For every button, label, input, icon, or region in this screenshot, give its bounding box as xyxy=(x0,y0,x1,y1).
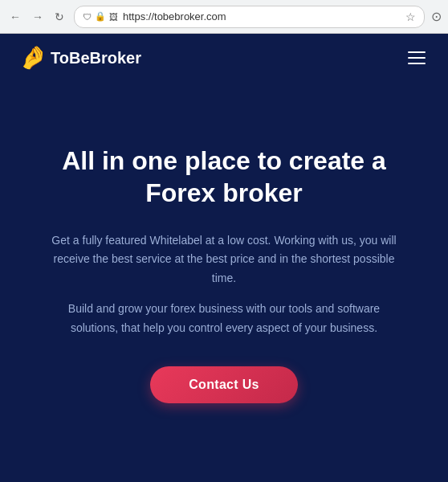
lock-icon: 🔒 xyxy=(95,11,106,22)
browser-extra-icons: ⊙ xyxy=(431,9,442,24)
back-button[interactable]: ← xyxy=(6,9,24,25)
hero-description-2: Build and grow your forex business with … xyxy=(47,300,401,338)
contact-us-button[interactable]: Contact Us xyxy=(150,366,297,403)
url-text: https://tobebroker.com xyxy=(123,10,401,22)
hero-description-1: Get a fully featured Whitelabel at a low… xyxy=(47,231,401,288)
bookmark-icon[interactable]: ☆ xyxy=(405,10,416,23)
hamburger-line-1 xyxy=(408,51,426,53)
logo-text: ToBeBroker xyxy=(51,49,141,67)
address-bar[interactable]: 🛡 🔒 🖼 https://tobebroker.com ☆ xyxy=(74,6,425,28)
hamburger-line-2 xyxy=(408,57,426,59)
hero-title: All in one place to create a Forex broke… xyxy=(32,145,416,209)
shield-icon: 🛡 xyxy=(83,12,92,22)
image-icon: 🖼 xyxy=(109,12,118,22)
browser-chrome: ← → ↻ 🛡 🔒 🖼 https://tobebroker.com ☆ ⊙ xyxy=(0,0,448,34)
hamburger-menu-button[interactable] xyxy=(405,48,429,67)
address-bar-icons: 🛡 🔒 🖼 xyxy=(83,11,118,22)
hamburger-line-3 xyxy=(408,63,426,64)
hero-section: All in one place to create a Forex broke… xyxy=(0,82,448,482)
reload-button[interactable]: ↻ xyxy=(51,9,67,25)
extensions-icon: ⊙ xyxy=(431,9,442,24)
logo[interactable]: 🤌 ToBeBroker xyxy=(19,47,141,69)
forward-button[interactable]: → xyxy=(29,9,47,25)
browser-controls: ← → ↻ xyxy=(6,9,67,25)
navbar: 🤌 ToBeBroker xyxy=(0,34,448,82)
logo-icon: 🤌 xyxy=(19,47,47,69)
website: 🤌 ToBeBroker All in one place to create … xyxy=(0,34,448,482)
